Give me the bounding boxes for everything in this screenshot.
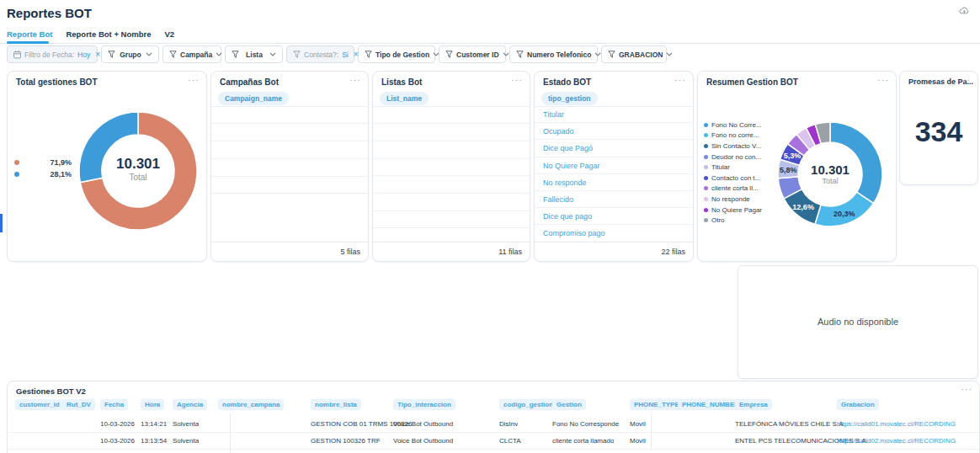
funnel-icon [445, 51, 453, 58]
estado-item[interactable]: No Quiere Pagar [535, 157, 693, 174]
col-header-nombre-lista[interactable]: nombre_lista [311, 399, 361, 410]
filter-numero-telefonico[interactable]: Numero Telefonico [509, 45, 598, 63]
legend-item[interactable]: Deudor no con... [704, 152, 762, 163]
filter-customer-id[interactable]: Customer ID [439, 45, 506, 63]
col-header-rut-dv[interactable]: Rut_DV [62, 399, 95, 410]
slice-label: 20,3% [834, 210, 855, 218]
row-divider [8, 449, 979, 450]
card-menu-ellipsis-icon[interactable]: ··· [511, 75, 523, 85]
row-divider [373, 211, 530, 211]
card-campanas-bot: Campañas Bot ··· Campaign_name 5 filas [210, 71, 369, 262]
filter-fecha[interactable]: Filtro de Fecha: Hoy × [7, 45, 98, 63]
donut-slice-fono-no-corre-[interactable] [830, 122, 882, 204]
legend-item[interactable]: Fono No Corre... [704, 120, 762, 131]
col-header-gestion[interactable]: Gestion [552, 399, 586, 410]
col-header-grabacion[interactable]: Grabacion [837, 399, 879, 410]
page-title: Reportes BOT [7, 6, 92, 20]
active-tab-underline [7, 41, 49, 44]
estado-item[interactable]: Dice que Pagó [535, 140, 693, 157]
legend-item[interactable]: 71,9% [14, 157, 72, 168]
filter-contesta[interactable]: Contesta?: Si × [286, 45, 354, 63]
field-chip-campaign-name[interactable]: Campaign_name [218, 92, 289, 105]
chevron-down-icon [146, 52, 152, 56]
legend-item[interactable]: Titular [704, 162, 762, 173]
legend-item[interactable]: cliente corta ll... [704, 184, 762, 195]
tab-v2[interactable]: V2 [164, 29, 174, 39]
card-menu-ellipsis-icon[interactable]: ··· [961, 384, 972, 394]
column-divider [230, 413, 231, 453]
col-header-codigo-gestion[interactable]: codigo_gestion [499, 399, 557, 410]
field-chip-list-name[interactable]: List_name [380, 92, 429, 105]
filter-grabacion[interactable]: GRABACION [601, 45, 667, 63]
row-divider [373, 158, 530, 159]
filter-grupo[interactable]: Grupo [101, 45, 159, 63]
legend-item[interactable]: Fono no corre... [704, 131, 762, 141]
rows-count: 11 filas [373, 242, 530, 261]
calendar-icon [13, 51, 21, 59]
card-listas-bot: Listas Bot ··· List_name 11 filas [372, 71, 530, 262]
estado-item[interactable]: Dice que pago [535, 208, 693, 225]
col-header-agencia[interactable]: Agencia [173, 399, 207, 410]
card-menu-ellipsis-icon[interactable]: ··· [349, 75, 361, 85]
cell-hora: 13:14:21 [141, 420, 167, 428]
scroll-indicator[interactable] [0, 214, 3, 232]
col-header-hora[interactable]: Hora [141, 399, 164, 410]
col-header-fecha[interactable]: Fecha [100, 399, 128, 410]
audio-unavailable-message: Audio no disponible [738, 317, 977, 327]
filter-campana[interactable]: Campaña [162, 45, 221, 63]
cell-grabacion-link[interactable]: https://calld02.movatec.cl/RECORDING [837, 437, 976, 445]
tab-reporte-bot-nombre[interactable]: Reporte Bot + Nombre [66, 29, 151, 39]
tab-reporte-bot[interactable]: Reporte Bot [7, 29, 52, 39]
legend-item[interactable]: 28,1% [14, 168, 72, 180]
legend-item[interactable]: Contacto con t... [704, 173, 762, 184]
estado-item[interactable]: Compromiso pago [535, 225, 693, 242]
filter-tipo-gestion-label: Tipo de Gestion [375, 51, 429, 59]
filter-grabacion-label: GRABACION [619, 51, 663, 59]
donut-legend: 71,9% 28,1% [14, 157, 72, 180]
filter-contesta-value: Si [342, 51, 349, 59]
col-header-empresa[interactable]: Empresa [735, 399, 772, 410]
slice-label: 5,3% [784, 152, 802, 160]
rows-count: 22 filas [535, 242, 693, 261]
filter-numero-telefonico-label: Numero Telefonico [527, 51, 591, 59]
row-divider [211, 176, 368, 177]
cell-gestion: Fono No Corresponde [552, 420, 619, 428]
row-divider [8, 432, 979, 433]
dashboard-page: Reportes BOT Reporte Bot Reporte Bot + N… [0, 0, 980, 453]
filter-lista-label: Lista [246, 51, 263, 59]
filter-grupo-label: Grupo [120, 51, 141, 59]
slice-label: 5,8% [780, 166, 797, 174]
cell-tipo-interaccion: Voice Bot Outbound [393, 420, 453, 428]
col-header-nombre-campana[interactable]: nombre_campana [218, 399, 284, 410]
estado-item[interactable]: No responde [535, 174, 693, 191]
donut-slice-no-gestionado[interactable] [79, 112, 138, 183]
legend-item[interactable]: Sin Contacto V... [704, 141, 762, 152]
card-menu-ellipsis-icon[interactable]: ··· [959, 75, 971, 85]
estado-item[interactable]: Ocupado [535, 123, 693, 140]
legend-item[interactable]: No responde [704, 194, 762, 205]
estado-item[interactable]: Titular [535, 106, 693, 123]
col-header-phone-type[interactable]: PHONE_TYPE [630, 399, 684, 410]
legend-item[interactable]: No Quiere Pagar [704, 205, 762, 216]
funnel-icon [365, 51, 372, 58]
row-divider [373, 106, 530, 107]
cloud-icon[interactable] [959, 6, 970, 15]
field-chip-tipo-gestion[interactable]: tipo_gestion [541, 92, 598, 105]
col-header-phone-number[interactable]: PHONE_NUMBER [678, 399, 743, 410]
card-audio-player: Audio no disponible [738, 265, 978, 379]
card-resumen-gestion: Resumen Gestion BOT ··· 20,3%12,6%5,8%5,… [697, 71, 897, 262]
col-header-tipo-interaccion[interactable]: Tipo_interaccion [393, 399, 455, 410]
card-gestiones-table: Gestiones BOT V2 ··· customer_id Rut_DV … [7, 381, 980, 453]
clear-fecha-icon[interactable]: × [95, 51, 100, 59]
card-menu-ellipsis-icon[interactable]: ··· [674, 75, 686, 85]
legend-dot [704, 218, 708, 222]
estado-item[interactable]: Fallecido [535, 191, 693, 208]
col-header-customer-id[interactable]: customer_id [15, 399, 64, 410]
cell-gestion: cliente corta llamado [552, 437, 614, 445]
cell-grabacion-link[interactable]: https://calld01.movatec.cl/RECORDING [837, 420, 976, 428]
legend-value: 28,1% [19, 170, 72, 179]
legend-item[interactable]: Otro [704, 215, 762, 226]
filter-tipo-gestion[interactable]: Tipo de Gestion [358, 45, 435, 63]
legend-dot [704, 176, 708, 180]
filter-lista[interactable]: Lista [225, 45, 283, 63]
